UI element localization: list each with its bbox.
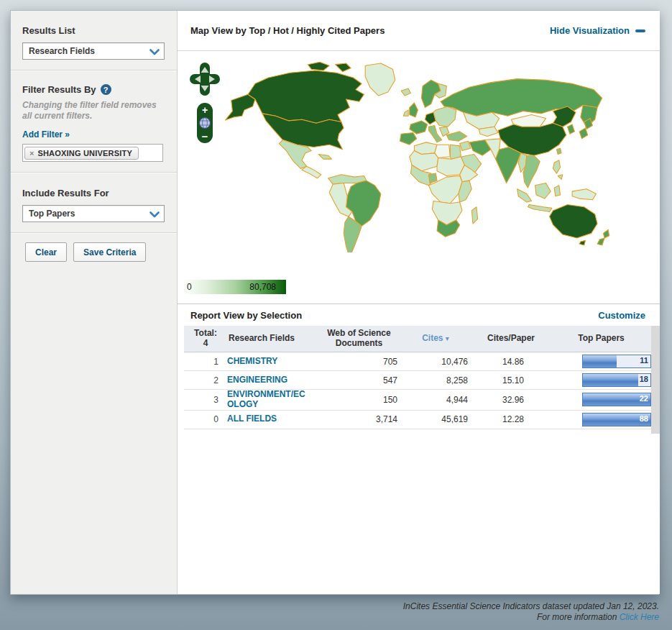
zoom-in-button: +: [202, 104, 208, 116]
region-levant-iraq[interactable]: [460, 141, 471, 150]
country-iceland[interactable]: [401, 88, 410, 96]
table-row: 1CHEMISTRY70510,47614.8611: [184, 352, 651, 371]
country-philippines[interactable]: [558, 175, 563, 180]
clear-button[interactable]: Clear: [25, 242, 67, 262]
top-papers-cell: 11: [551, 355, 651, 368]
region-southern-africa[interactable]: [432, 201, 462, 224]
research-field-link[interactable]: ALL FIELDS: [227, 414, 318, 424]
include-results-selected: Top Papers: [29, 209, 75, 219]
country-new-zealand[interactable]: [603, 229, 609, 238]
click-here-link[interactable]: Click Here: [620, 612, 659, 622]
filter-note: Changing the filter field removes all cu…: [22, 100, 165, 122]
filter-chip[interactable]: × SHAOXING UNIVERSITY: [24, 147, 139, 160]
hide-visualization-link[interactable]: Hide Visualization: [550, 25, 645, 36]
research-field-link[interactable]: ENGINEERING: [227, 375, 318, 385]
country-russia[interactable]: [441, 79, 602, 117]
country-alaska[interactable]: [225, 94, 255, 120]
rank-cell: 0: [184, 414, 227, 424]
results-list-selected: Research Fields: [29, 46, 95, 56]
documents-cell: 3,714: [318, 414, 400, 424]
country-france[interactable]: [410, 121, 428, 134]
country-taiwan[interactable]: [557, 148, 562, 154]
results-list-label: Results List: [22, 25, 165, 36]
col-cites-sorted[interactable]: Cites ▾: [400, 331, 471, 347]
top-papers-cell: 18: [551, 373, 651, 387]
customize-link[interactable]: Customize: [598, 310, 645, 321]
island-sulawesi[interactable]: [554, 186, 560, 196]
minus-icon: [635, 29, 645, 32]
country-greenland[interactable]: [365, 63, 395, 96]
filter-chip-label: SHAOXING UNIVERSITY: [37, 149, 132, 158]
footer-more-info: For more information Click Here: [403, 612, 659, 623]
add-filter-link[interactable]: Add Filter »: [22, 129, 70, 140]
remove-filter-icon[interactable]: ×: [29, 149, 34, 158]
table-scrollbar-track[interactable]: [651, 326, 660, 434]
island-java[interactable]: [528, 204, 552, 211]
chevron-down-icon: [149, 211, 160, 218]
country-new-zealand[interactable]: [597, 238, 604, 245]
country-india[interactable]: [496, 147, 521, 183]
zoom-out-button: −: [202, 130, 208, 142]
island-new-guinea[interactable]: [572, 189, 596, 200]
col-top-papers[interactable]: Top Papers: [551, 331, 651, 347]
island-borneo[interactable]: [535, 183, 551, 198]
region-central-america[interactable]: [302, 166, 321, 178]
top-papers-cell: 22: [551, 393, 651, 406]
chevron-down-icon: [149, 49, 160, 55]
island-tasmania[interactable]: [579, 240, 585, 245]
col-wos-documents[interactable]: Web of Science Documents: [318, 326, 400, 352]
research-field-link[interactable]: CHEMISTRY: [227, 357, 318, 367]
cites-per-paper-cell: 12.28: [471, 414, 551, 424]
include-results-dropdown[interactable]: Top Papers: [22, 205, 165, 222]
results-list-dropdown[interactable]: Research Fields: [22, 42, 165, 60]
country-ireland[interactable]: [403, 110, 408, 116]
table-row: 0ALL FIELDS3,71445,61912.2888: [184, 411, 651, 429]
top-papers-value: 88: [640, 414, 648, 423]
country-australia[interactable]: [550, 204, 598, 238]
country-cuba[interactable]: [318, 155, 331, 160]
help-icon[interactable]: ?: [101, 84, 111, 95]
save-criteria-button[interactable]: Save Criteria: [73, 242, 146, 262]
world-choropleth-map[interactable]: [180, 60, 648, 252]
country-philippines[interactable]: [553, 160, 561, 173]
country-turkey[interactable]: [446, 132, 466, 141]
region-iberia[interactable]: [400, 133, 416, 145]
map-view-title: Map View by Top / Hot / Highly Cited Pap…: [190, 25, 385, 36]
cites-per-paper-cell: 15.10: [471, 375, 551, 385]
col-research-fields[interactable]: Research Fields: [227, 331, 318, 347]
country-uk[interactable]: [410, 103, 418, 117]
island-sumatra[interactable]: [517, 189, 532, 202]
table-row: 3ENVIRONMENT/ECOLOGY1504,94432.9622: [184, 390, 651, 411]
sort-desc-icon: ▾: [446, 334, 449, 342]
country-japan[interactable]: [579, 128, 588, 139]
footer-dataset-note: InCites Essential Science Indicators dat…: [403, 601, 659, 612]
rank-cell: 3: [184, 395, 227, 405]
country-madagascar[interactable]: [471, 207, 477, 224]
col-cites-per-paper[interactable]: Cites/Paper: [471, 331, 551, 347]
report-header: Report View by Selection Customize: [178, 303, 660, 326]
top-papers-bar: 18: [582, 373, 651, 387]
research-field-link[interactable]: ENVIRONMENT/ECOLOGY: [227, 390, 318, 410]
top-papers-bar: 11: [582, 355, 651, 368]
legend-min: 0: [187, 282, 192, 292]
country-south-korea[interactable]: [567, 124, 574, 134]
top-papers-value: 11: [640, 356, 648, 365]
map-legend: 0 80,708: [184, 280, 286, 294]
main-content: Map View by Top / Hot / Highly Cited Pap…: [178, 11, 660, 594]
cites-cell: 8,258: [400, 375, 471, 385]
pan-control[interactable]: [190, 63, 220, 96]
globe-icon: [200, 118, 211, 129]
country-nigeria[interactable]: [428, 173, 437, 183]
arctic-island[interactable]: [308, 62, 329, 70]
rank-cell: 1: [184, 357, 227, 367]
region-eastern-europe[interactable]: [433, 106, 456, 127]
sidebar: Results List Research Fields Filter Resu…: [11, 11, 178, 594]
zoom-control[interactable]: + −: [197, 103, 213, 143]
report-title: Report View by Selection: [190, 310, 302, 321]
map-region: + −: [178, 51, 660, 303]
rank-cell: 2: [184, 375, 227, 385]
cites-cell: 45,619: [400, 414, 471, 424]
arctic-island[interactable]: [336, 63, 351, 72]
cites-cell: 4,944: [400, 395, 471, 405]
report-table-body: 1CHEMISTRY70510,47614.86112ENGINEERING54…: [184, 352, 651, 429]
